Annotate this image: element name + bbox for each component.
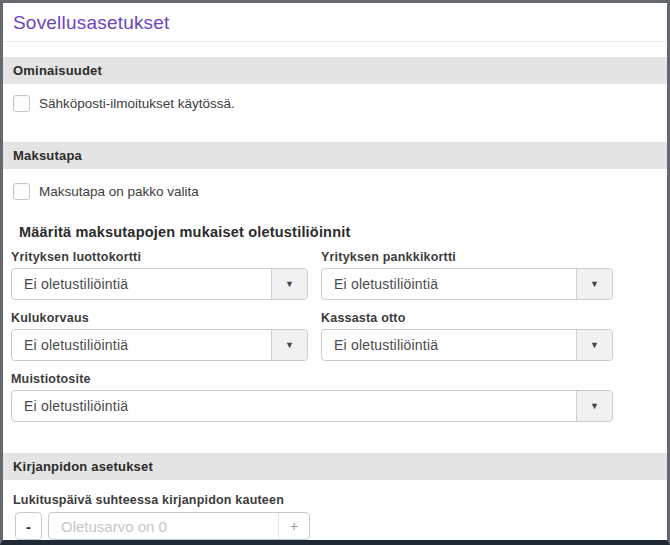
payment-required-label: Maksutapa on pakko valita	[39, 184, 199, 199]
payment-required-checkbox[interactable]	[13, 183, 30, 200]
field-expense-reimbursement: Kulukorvaus Ei oletustiliöintiä ▼	[11, 310, 308, 361]
lock-date-input[interactable]	[49, 513, 278, 539]
select-memo-voucher-value: Ei oletustiliöintiä	[12, 391, 576, 421]
email-notifications-checkbox[interactable]	[13, 95, 30, 112]
select-company-credit-card[interactable]: Ei oletustiliöintiä ▼	[11, 268, 308, 300]
lock-date-stepper: - +	[15, 512, 667, 540]
field-label-company-bank-card: Yrityksen pankkikortti	[321, 249, 613, 265]
lock-date-input-group: +	[48, 512, 310, 540]
chevron-down-icon[interactable]: ▼	[576, 391, 612, 421]
decrement-button[interactable]: -	[15, 512, 42, 540]
default-postings-subtitle: Määritä maksutapojen mukaiset oletustili…	[19, 223, 667, 241]
page-title: Sovellusasetukset	[13, 10, 667, 35]
chevron-down-icon[interactable]: ▼	[576, 269, 612, 299]
field-memo-voucher: Muistiotosite Ei oletustiliöintiä ▼	[11, 371, 613, 422]
chevron-down-icon[interactable]: ▼	[271, 269, 307, 299]
field-company-credit-card: Yrityksen luottokortti Ei oletustiliöint…	[11, 249, 308, 300]
select-cash-withdrawal-value: Ei oletustiliöintiä	[322, 330, 576, 360]
app-settings-page: Sovellusasetukset Ominaisuudet Sähköpost…	[0, 0, 670, 545]
select-expense-reimbursement[interactable]: Ei oletustiliöintiä ▼	[11, 329, 308, 361]
title-divider	[3, 41, 667, 42]
field-label-expense-reimbursement: Kulukorvaus	[11, 310, 308, 326]
lock-date-label: Lukituspäivä suhteessa kirjanpidon kaute…	[13, 493, 667, 507]
select-company-bank-card-value: Ei oletustiliöintiä	[322, 269, 576, 299]
select-cash-withdrawal[interactable]: Ei oletustiliöintiä ▼	[321, 329, 613, 361]
select-memo-voucher[interactable]: Ei oletustiliöintiä ▼	[11, 390, 613, 422]
field-cash-withdrawal: Kassasta otto Ei oletustiliöintiä ▼	[321, 310, 613, 361]
chevron-down-icon[interactable]: ▼	[271, 330, 307, 360]
chevron-down-icon[interactable]: ▼	[576, 330, 612, 360]
section-header-accounting: Kirjanpidon asetukset	[3, 453, 667, 480]
field-label-memo-voucher: Muistiotosite	[11, 371, 613, 387]
section-header-payment-method: Maksutapa	[3, 142, 667, 169]
payment-required-row: Maksutapa on pakko valita	[13, 182, 667, 200]
email-notifications-row: Sähköposti-ilmoitukset käytössä.	[13, 94, 667, 112]
section-header-features: Ominaisuudet	[3, 57, 667, 84]
select-expense-reimbursement-value: Ei oletustiliöintiä	[12, 330, 271, 360]
default-postings-grid: Yrityksen luottokortti Ei oletustiliöint…	[11, 249, 667, 422]
select-company-bank-card[interactable]: Ei oletustiliöintiä ▼	[321, 268, 613, 300]
field-label-cash-withdrawal: Kassasta otto	[321, 310, 613, 326]
field-company-bank-card: Yrityksen pankkikortti Ei oletustiliöint…	[321, 249, 613, 300]
email-notifications-label: Sähköposti-ilmoitukset käytössä.	[39, 96, 235, 111]
field-label-company-credit-card: Yrityksen luottokortti	[11, 249, 308, 265]
select-company-credit-card-value: Ei oletustiliöintiä	[12, 269, 271, 299]
increment-button[interactable]: +	[278, 513, 309, 539]
